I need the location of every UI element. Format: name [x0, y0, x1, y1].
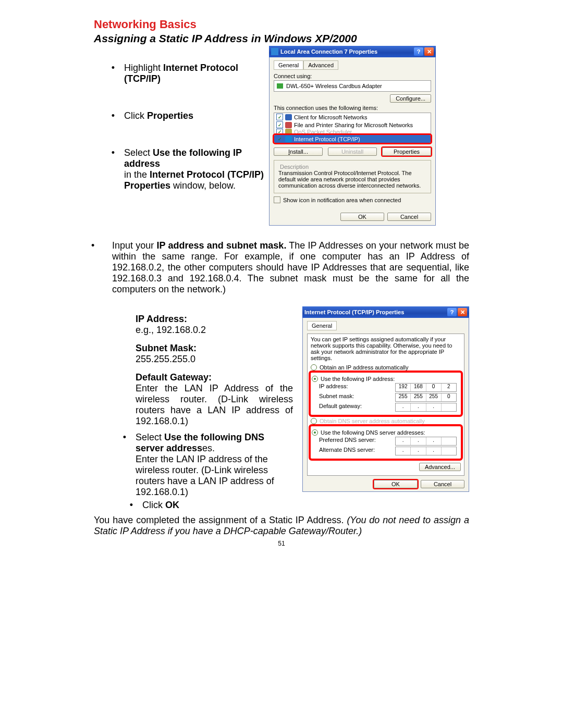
para-input-ip: •Input your IP address and subnet mask. … — [112, 240, 469, 295]
cancel-button[interactable]: Cancel — [387, 213, 431, 221]
tab-general[interactable]: General — [307, 321, 337, 330]
bullet-icon: • — [112, 500, 142, 511]
dialog-titlebar[interactable]: Internet Protocol (TCP/IP) Properties ? … — [302, 306, 469, 318]
default-gateway-label: Default Gateway: — [136, 372, 293, 383]
description-legend: Description — [278, 164, 310, 170]
bullet-icon: • — [105, 432, 136, 498]
dialog-titlebar[interactable]: Local Area Connection 7 Properties ? ✕ — [269, 46, 436, 57]
item-client: Client for Microsoft Networks — [294, 114, 368, 120]
advanced-button[interactable]: Advanced... — [419, 463, 461, 471]
instr-2a: Click — [124, 110, 147, 121]
fileprint-icon — [285, 122, 292, 128]
description-group: Description Transmission Control Protoco… — [274, 160, 431, 193]
tcpip-icon — [285, 136, 292, 142]
item-tcpip-selected[interactable]: ✓Internet Protocol (TCP/IP) — [274, 135, 431, 143]
item-fileprint: File and Printer Sharing for Microsoft N… — [294, 122, 413, 128]
radio-obtain-dns: Obtain DNS server address automatically — [311, 418, 461, 424]
bullet-icon: • — [94, 63, 124, 84]
instr-3c: in the — [124, 169, 150, 180]
bullet-icon: • — [94, 147, 124, 191]
tab-general[interactable]: General — [274, 60, 303, 70]
ip-example: e.g., 192.168.0.2 — [136, 325, 206, 335]
instr-click-ok: • Click OK — [112, 500, 469, 511]
checkbox-icon[interactable] — [274, 196, 280, 203]
close-button[interactable]: ✕ — [458, 308, 467, 316]
instruction-list-1: • Highlight Internet Protocol (TCP/IP) •… — [94, 45, 266, 226]
item-tcpip: Internet Protocol (TCP/IP) — [294, 136, 360, 142]
final-paragraph: You have completed the assignment of a S… — [94, 515, 469, 537]
help-button[interactable]: ? — [414, 47, 423, 56]
ip-address-label: IP Address: — [136, 314, 293, 325]
show-icon-label: Show icon in notification area when conn… — [283, 197, 401, 203]
qos-icon — [285, 129, 292, 135]
help-button[interactable]: ? — [447, 308, 457, 316]
instr-3e: window, below. — [170, 180, 236, 191]
ip-settings-panel: You can get IP settings assigned automat… — [307, 334, 464, 476]
network-icon — [271, 48, 278, 55]
dialog-connection-properties: Local Area Connection 7 Properties ? ✕ G… — [269, 46, 436, 226]
adapter-name: DWL-650+ Wireless Cardbus Adapter — [286, 83, 382, 89]
checkbox-icon[interactable]: ✓ — [276, 114, 283, 120]
instr-2b: Properties — [147, 110, 193, 121]
client-icon — [285, 114, 292, 120]
section-title: Networking Basics — [94, 18, 469, 31]
tab-advanced[interactable]: Advanced — [303, 60, 338, 70]
properties-button[interactable]: Properties — [382, 147, 431, 156]
instruction-list-2: IP Address: e.g., 192.168.0.2 Subnet Mas… — [94, 301, 293, 498]
instr-3a: Select — [124, 147, 153, 158]
adapter-icon — [277, 83, 283, 89]
dns-text: Enter the LAN IP address of the wireless… — [136, 454, 293, 498]
dns-a: Select — [136, 432, 164, 442]
uninstall-button: Uninstall — [328, 147, 377, 156]
radio-icon — [311, 418, 317, 424]
radio-icon[interactable] — [311, 364, 317, 371]
dialog-tcpip-properties: Internet Protocol (TCP/IP) Properties ? … — [302, 306, 469, 492]
show-icon-checkbox[interactable]: Show icon in notification area when conn… — [274, 196, 431, 203]
items-list[interactable]: ✓Client for Microsoft Networks ✓File and… — [274, 113, 431, 143]
close-button[interactable]: ✕ — [424, 47, 434, 56]
tcpip-blurb: You can get IP settings assigned automat… — [311, 336, 461, 361]
dialog-title: Local Area Connection 7 Properties — [280, 48, 413, 55]
radio-obtain-ip[interactable]: Obtain an IP address automatically — [311, 364, 461, 371]
section-subtitle: Assigning a Static IP Address in Windows… — [94, 32, 469, 45]
configure-button[interactable]: Configure... — [390, 94, 431, 103]
instr-1a: Highlight — [124, 63, 163, 73]
connect-using-label: Connect using: — [274, 73, 431, 79]
default-gateway-text: Enter the LAN IP Address of the wireless… — [136, 383, 293, 427]
item-qos: QoS Packet Scheduler — [294, 129, 352, 135]
page-number: 51 — [94, 540, 469, 547]
install-button[interactable]: Install... — [274, 147, 323, 156]
subnet-mask-label: Subnet Mask: — [136, 343, 293, 354]
checkbox-icon[interactable]: ✓ — [276, 135, 283, 142]
dns-c: es. — [202, 443, 215, 453]
ok-button[interactable]: OK — [340, 213, 384, 221]
bullet-icon: • — [94, 110, 124, 121]
checkbox-icon[interactable]: ✓ — [276, 129, 283, 135]
dialog-title: Internet Protocol (TCP/IP) Properties — [304, 309, 446, 315]
description-text: Transmission Control Protocol/Internet P… — [278, 170, 426, 189]
subnet-mask-value: 255.255.255.0 — [136, 354, 195, 364]
ok-button[interactable]: OK — [374, 480, 418, 488]
items-label: This connection uses the following items… — [274, 105, 431, 111]
cancel-button[interactable]: Cancel — [421, 480, 464, 488]
checkbox-icon[interactable]: ✓ — [276, 121, 283, 128]
